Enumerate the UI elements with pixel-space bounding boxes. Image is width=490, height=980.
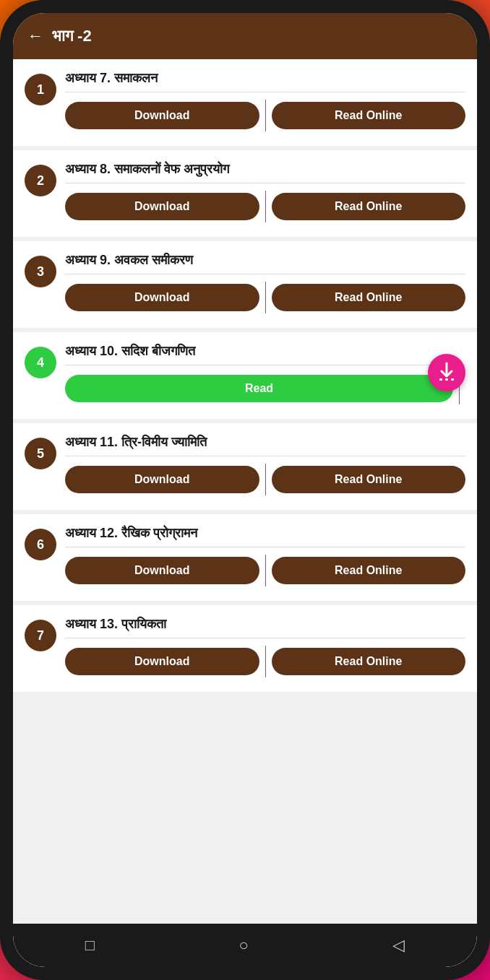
download-button-7[interactable]: Download: [65, 648, 259, 675]
chapter-info-6: अध्याय 12. रैखिक प्रोग्रामन Download Rea…: [65, 526, 465, 586]
download-fab-button[interactable]: [428, 354, 465, 391]
chapter-card-3: 3 अध्याय 9. अवकल समीकरण Download Read On…: [13, 241, 477, 328]
download-button-5[interactable]: Download: [65, 466, 259, 493]
chapter-info-2: अध्याय 8. समाकलनों वेफ अनुप्रयोग Downloa…: [65, 162, 465, 222]
chapter-info-3: अध्याय 9. अवकल समीकरण Download Read Onli…: [65, 253, 465, 313]
read-online-button-5[interactable]: Read Online: [272, 466, 466, 493]
chapter-title-4: अध्याय 10. सदिश बीजगणित: [65, 344, 465, 365]
read-online-button-2[interactable]: Read Online: [272, 193, 466, 220]
chapter-info-7: अध्याय 13. प्रायिकता Download Read Onlin…: [65, 617, 465, 677]
chapter-card-2: 2 अध्याय 8. समाकलनों वेफ अनुप्रयोग Downl…: [13, 150, 477, 237]
read-online-button-3[interactable]: Read Online: [272, 284, 466, 311]
bottom-nav: □ ○ ◁: [13, 924, 477, 967]
chapter-info-1: अध्याय 7. समाकलन Download Read Online: [65, 71, 465, 131]
nav-back-icon[interactable]: ◁: [392, 936, 405, 955]
svg-rect-1: [445, 378, 448, 381]
divider-7: [265, 646, 266, 677]
nav-square-icon[interactable]: □: [85, 936, 95, 955]
divider-1: [265, 100, 266, 131]
divider-2: [265, 191, 266, 222]
chapter-card-4: 4 अध्याय 10. सदिश बीजगणित Read: [13, 332, 477, 419]
nav-home-icon[interactable]: ○: [239, 936, 249, 955]
chapter-title-1: अध्याय 7. समाकलन: [65, 71, 465, 92]
chapter-number-7: 7: [25, 620, 56, 651]
back-button[interactable]: ←: [27, 27, 43, 45]
download-button-2[interactable]: Download: [65, 193, 259, 220]
chapter-info-5: अध्याय 11. त्रि-विमीय ज्यामिति Download …: [65, 435, 465, 495]
chapter-number-4: 4: [25, 347, 56, 378]
chapter-info-4: अध्याय 10. सदिश बीजगणित Read: [65, 344, 465, 404]
svg-rect-0: [439, 378, 442, 381]
read-online-button-6[interactable]: Read Online: [272, 557, 466, 584]
download-button-6[interactable]: Download: [65, 557, 259, 584]
chapter-number-5: 5: [25, 438, 56, 469]
divider-6: [265, 555, 266, 586]
chapter-number-1: 1: [25, 74, 56, 105]
phone-screen: ← भाग -2 1 अध्याय 7. समाकलन Download Rea…: [13, 13, 477, 967]
chapter-number-2: 2: [25, 165, 56, 196]
read-button-4[interactable]: Read: [65, 375, 453, 402]
page-title: भाग -2: [52, 27, 92, 45]
divider-3: [265, 282, 266, 313]
svg-rect-2: [451, 378, 454, 381]
divider-5: [265, 464, 266, 495]
topbar: ← भाग -2: [13, 13, 477, 59]
chapter-title-6: अध्याय 12. रैखिक प्रोग्रामन: [65, 526, 465, 547]
download-button-3[interactable]: Download: [65, 284, 259, 311]
content-area: 1 अध्याय 7. समाकलन Download Read Online …: [13, 59, 477, 924]
chapter-title-7: अध्याय 13. प्रायिकता: [65, 617, 465, 638]
chapter-card-7: 7 अध्याय 13. प्रायिकता Download Read Onl…: [13, 605, 477, 692]
download-button-1[interactable]: Download: [65, 102, 259, 129]
chapter-title-3: अध्याय 9. अवकल समीकरण: [65, 253, 465, 274]
chapter-title-2: अध्याय 8. समाकलनों वेफ अनुप्रयोग: [65, 162, 465, 183]
read-online-button-7[interactable]: Read Online: [272, 648, 466, 675]
chapter-card-5: 5 अध्याय 11. त्रि-विमीय ज्यामिति Downloa…: [13, 423, 477, 510]
chapter-card-6: 6 अध्याय 12. रैखिक प्रोग्रामन Download R…: [13, 514, 477, 601]
chapter-number-6: 6: [25, 529, 56, 560]
chapter-title-5: अध्याय 11. त्रि-विमीय ज्यामिति: [65, 435, 465, 456]
chapter-number-3: 3: [25, 256, 56, 287]
chapter-card-1: 1 अध्याय 7. समाकलन Download Read Online: [13, 59, 477, 146]
read-online-button-1[interactable]: Read Online: [272, 102, 466, 129]
phone-frame: ← भाग -2 1 अध्याय 7. समाकलन Download Rea…: [0, 0, 490, 980]
